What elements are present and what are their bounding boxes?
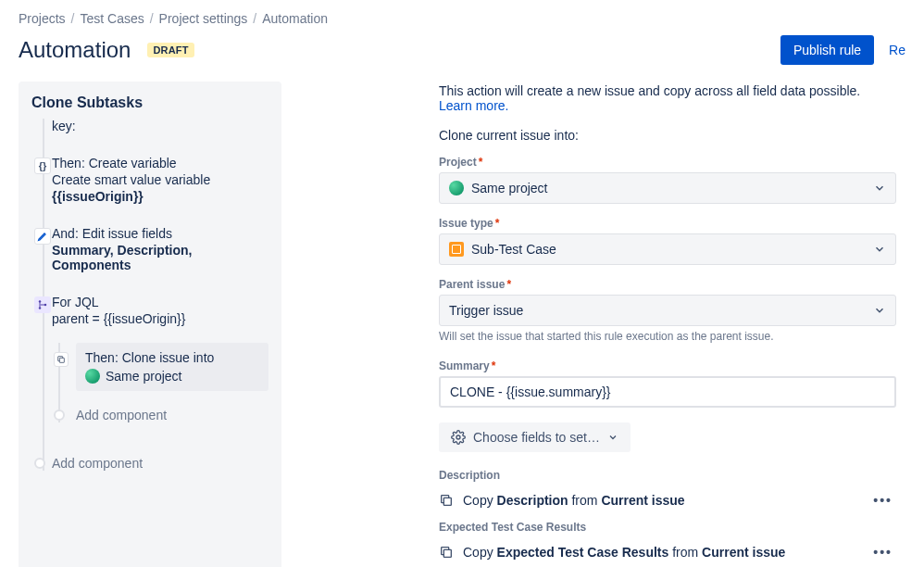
add-component-outer[interactable]: Add component xyxy=(52,456,268,471)
add-component-label: Add component xyxy=(52,456,143,471)
add-dot-icon xyxy=(34,458,45,469)
svg-point-4 xyxy=(456,435,460,439)
pencil-icon xyxy=(34,228,51,245)
svg-point-2 xyxy=(44,304,47,307)
node-title: For JQL xyxy=(52,295,268,309)
globe-icon xyxy=(449,181,464,195)
add-component-inner[interactable]: Add component xyxy=(76,408,268,422)
breadcrumb-projects[interactable]: Projects xyxy=(19,11,66,26)
copy-text: Copy Expected Test Case Results from Cur… xyxy=(463,545,785,560)
breadcrumb-automation[interactable]: Automation xyxy=(262,11,328,26)
issue-type-label: Issue type* xyxy=(439,217,896,230)
svg-rect-5 xyxy=(443,498,451,505)
rule-node-edit-fields[interactable]: And: Edit issue fields Summary, Descript… xyxy=(52,226,268,272)
parent-value: Trigger issue xyxy=(449,303,523,318)
more-actions-button[interactable]: ••• xyxy=(869,545,896,560)
subtask-icon xyxy=(449,242,464,257)
rule-node-create-variable[interactable]: {} Then: Create variable Create smart va… xyxy=(52,156,268,204)
rule-key-label: key: xyxy=(52,119,268,133)
copy-icon xyxy=(439,545,454,560)
rule-node-clone-issue[interactable]: Then: Clone issue into Same project xyxy=(76,343,268,391)
gear-icon xyxy=(451,430,466,445)
node-title: Then: Create variable xyxy=(52,156,268,170)
more-actions-button[interactable]: ••• xyxy=(869,493,896,508)
breadcrumb-sep: / xyxy=(71,11,75,26)
breadcrumbs: Projects / Test Cases / Project settings… xyxy=(19,7,905,35)
svg-point-1 xyxy=(39,307,42,309)
copy-field-label: Expected Test Case Results xyxy=(439,521,896,534)
node-desc: Create smart value variable xyxy=(52,172,268,187)
copy-icon xyxy=(54,352,69,367)
choose-fields-button[interactable]: Choose fields to set… xyxy=(439,422,631,452)
braces-icon: {} xyxy=(34,158,51,174)
copy-field-label: Description xyxy=(439,469,896,482)
copy-field-row: Copy Expected Test Case Results from Cur… xyxy=(439,539,896,567)
add-component-label: Add component xyxy=(76,408,167,422)
clone-into-label: Clone current issue into: xyxy=(439,128,896,143)
choose-fields-label: Choose fields to set… xyxy=(473,430,600,445)
issue-type-select[interactable]: Sub-Test Case xyxy=(439,233,896,265)
project-select[interactable]: Same project xyxy=(439,172,896,204)
svg-rect-3 xyxy=(59,358,64,362)
breadcrumb-testcases[interactable]: Test Cases xyxy=(80,11,144,26)
draft-badge: DRAFT xyxy=(147,43,194,57)
issue-type-value: Sub-Test Case xyxy=(471,242,556,257)
chevron-down-icon xyxy=(873,304,886,317)
learn-more-link[interactable]: Learn more. xyxy=(439,98,508,113)
breadcrumb-sep: / xyxy=(150,11,154,26)
node-desc: parent = {{issueOrigin}} xyxy=(52,311,268,326)
parent-issue-label: Parent issue* xyxy=(439,278,896,291)
breadcrumb-sep: / xyxy=(253,11,256,26)
parent-helper-text: Will set the issue that started this rul… xyxy=(439,330,896,343)
parent-issue-select[interactable]: Trigger issue xyxy=(439,295,896,326)
copy-text: Copy Description from Current issue xyxy=(463,493,685,508)
copy-field-row: Copy Description from Current issue ••• xyxy=(439,487,896,521)
globe-icon xyxy=(85,369,100,384)
svg-rect-6 xyxy=(443,549,451,557)
copy-icon xyxy=(439,493,454,508)
project-label: Project* xyxy=(439,156,896,169)
clone-target: Same project xyxy=(85,369,259,384)
project-value: Same project xyxy=(471,181,547,195)
page-title: Automation xyxy=(19,37,131,63)
config-panel: This action will create a new issue and … xyxy=(300,82,905,567)
summary-label: Summary* xyxy=(439,359,896,372)
node-desc-var: {{issueOrigin}} xyxy=(52,189,268,204)
add-dot-icon xyxy=(54,410,65,421)
node-fields: Summary, Description, Components xyxy=(52,243,268,272)
chevron-down-icon xyxy=(873,243,886,256)
chevron-down-icon xyxy=(607,432,618,443)
publish-rule-button[interactable]: Publish rule xyxy=(780,35,874,65)
svg-point-0 xyxy=(39,300,42,303)
truncated-link[interactable]: Re xyxy=(889,43,905,57)
rule-tree-panel: Clone Subtasks key: {} Then: Create vari… xyxy=(19,82,281,567)
rule-node-for-jql[interactable]: For JQL parent = {{issueOrigin}} Then: C… xyxy=(52,295,268,422)
same-project-label: Same project xyxy=(106,369,181,384)
breadcrumb-settings[interactable]: Project settings xyxy=(159,11,248,26)
branch-icon xyxy=(34,296,51,313)
rule-panel-title: Clone Subtasks xyxy=(31,94,268,111)
node-title: Then: Clone issue into xyxy=(85,350,259,365)
chevron-down-icon xyxy=(873,182,886,195)
summary-input[interactable] xyxy=(439,376,896,408)
intro-text: This action will create a new issue and … xyxy=(439,83,896,113)
node-title: And: Edit issue fields xyxy=(52,226,268,241)
